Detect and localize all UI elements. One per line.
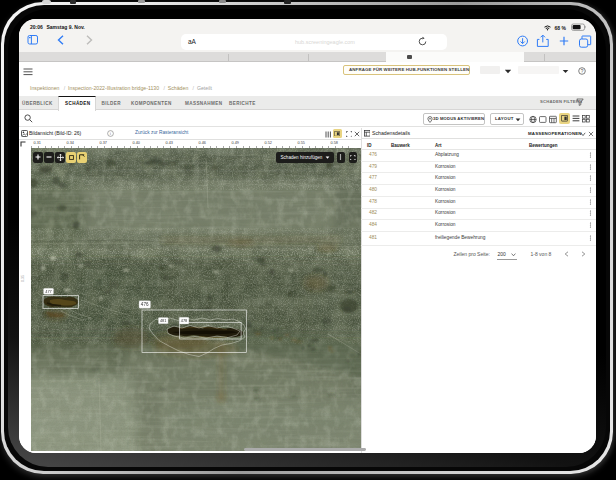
svg-text:?: ? xyxy=(581,69,584,74)
svg-text:68 %: 68 % xyxy=(555,25,567,31)
svg-text:i: i xyxy=(110,131,112,136)
svg-text:478: 478 xyxy=(180,318,187,323)
svg-text:477: 477 xyxy=(45,289,52,294)
svg-text:481: 481 xyxy=(159,318,166,323)
svg-text:476: 476 xyxy=(140,302,148,307)
